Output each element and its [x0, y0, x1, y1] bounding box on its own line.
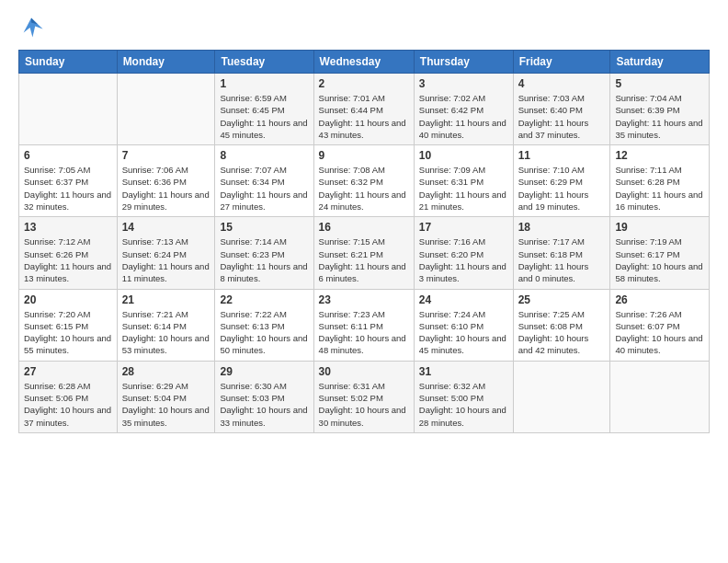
calendar-cell: 11Sunrise: 7:10 AM Sunset: 6:29 PM Dayli… [513, 145, 610, 217]
calendar-cell: 14Sunrise: 7:13 AM Sunset: 6:24 PM Dayli… [117, 217, 215, 289]
day-number: 17 [419, 221, 508, 234]
day-number: 24 [419, 293, 508, 306]
day-info: Sunrise: 7:09 AM Sunset: 6:31 PM Dayligh… [419, 164, 508, 213]
calendar-cell: 10Sunrise: 7:09 AM Sunset: 6:31 PM Dayli… [414, 145, 513, 217]
day-number: 18 [518, 221, 606, 234]
day-number: 16 [319, 221, 409, 234]
calendar-cell [513, 361, 610, 432]
day-info: Sunrise: 7:01 AM Sunset: 6:44 PM Dayligh… [319, 92, 409, 141]
day-info: Sunrise: 7:11 AM Sunset: 6:28 PM Dayligh… [615, 164, 704, 213]
calendar-cell: 18Sunrise: 7:17 AM Sunset: 6:18 PM Dayli… [513, 217, 610, 289]
day-info: Sunrise: 7:22 AM Sunset: 6:13 PM Dayligh… [220, 308, 308, 357]
calendar-table: SundayMondayTuesdayWednesdayThursdayFrid… [18, 50, 710, 433]
calendar-cell: 25Sunrise: 7:25 AM Sunset: 6:08 PM Dayli… [513, 289, 610, 361]
week-row-4: 27Sunrise: 6:28 AM Sunset: 5:06 PM Dayli… [19, 361, 710, 432]
logo-icon [18, 15, 44, 40]
day-number: 14 [122, 221, 210, 234]
col-header-thursday: Thursday [414, 51, 513, 74]
day-number: 1 [220, 77, 308, 90]
day-info: Sunrise: 7:24 AM Sunset: 6:10 PM Dayligh… [419, 308, 508, 357]
calendar-cell: 19Sunrise: 7:19 AM Sunset: 6:17 PM Dayli… [610, 217, 710, 289]
day-info: Sunrise: 7:15 AM Sunset: 6:21 PM Dayligh… [319, 236, 409, 284]
day-number: 29 [220, 365, 308, 378]
day-number: 13 [24, 221, 112, 234]
day-info: Sunrise: 7:17 AM Sunset: 6:18 PM Dayligh… [518, 236, 606, 284]
col-header-monday: Monday [117, 51, 215, 74]
day-info: Sunrise: 7:08 AM Sunset: 6:32 PM Dayligh… [319, 164, 409, 213]
day-number: 25 [518, 293, 606, 306]
calendar-cell: 23Sunrise: 7:23 AM Sunset: 6:11 PM Dayli… [313, 289, 414, 361]
day-info: Sunrise: 7:03 AM Sunset: 6:40 PM Dayligh… [518, 92, 606, 141]
day-info: Sunrise: 7:06 AM Sunset: 6:36 PM Dayligh… [122, 164, 210, 213]
day-info: Sunrise: 6:30 AM Sunset: 5:03 PM Dayligh… [220, 380, 308, 429]
day-info: Sunrise: 7:16 AM Sunset: 6:20 PM Dayligh… [419, 236, 508, 284]
day-info: Sunrise: 7:19 AM Sunset: 6:17 PM Dayligh… [615, 236, 704, 284]
week-row-1: 6Sunrise: 7:05 AM Sunset: 6:37 PM Daylig… [19, 145, 710, 217]
calendar-cell: 9Sunrise: 7:08 AM Sunset: 6:32 PM Daylig… [313, 145, 414, 217]
calendar-cell: 31Sunrise: 6:32 AM Sunset: 5:00 PM Dayli… [414, 361, 513, 432]
day-info: Sunrise: 7:14 AM Sunset: 6:23 PM Dayligh… [220, 236, 308, 284]
calendar-cell: 6Sunrise: 7:05 AM Sunset: 6:37 PM Daylig… [19, 145, 118, 217]
day-number: 12 [615, 149, 704, 162]
day-number: 21 [122, 293, 210, 306]
day-info: Sunrise: 6:29 AM Sunset: 5:04 PM Dayligh… [122, 380, 210, 429]
day-info: Sunrise: 7:23 AM Sunset: 6:11 PM Dayligh… [319, 308, 409, 357]
day-number: 31 [419, 365, 508, 378]
day-number: 4 [518, 77, 606, 90]
col-header-friday: Friday [513, 51, 610, 74]
calendar-cell: 20Sunrise: 7:20 AM Sunset: 6:15 PM Dayli… [19, 289, 118, 361]
day-info: Sunrise: 7:26 AM Sunset: 6:07 PM Dayligh… [615, 308, 704, 357]
day-number: 15 [220, 221, 308, 234]
calendar-cell: 2Sunrise: 7:01 AM Sunset: 6:44 PM Daylig… [313, 74, 414, 145]
day-number: 26 [615, 293, 704, 306]
calendar-cell: 1Sunrise: 6:59 AM Sunset: 6:45 PM Daylig… [215, 74, 313, 145]
day-number: 23 [319, 293, 409, 306]
day-info: Sunrise: 6:59 AM Sunset: 6:45 PM Dayligh… [220, 92, 308, 141]
day-number: 6 [24, 149, 112, 162]
calendar-cell: 16Sunrise: 7:15 AM Sunset: 6:21 PM Dayli… [313, 217, 414, 289]
col-header-tuesday: Tuesday [215, 51, 313, 74]
col-header-saturday: Saturday [610, 51, 710, 74]
calendar-cell: 8Sunrise: 7:07 AM Sunset: 6:34 PM Daylig… [215, 145, 313, 217]
day-info: Sunrise: 7:21 AM Sunset: 6:14 PM Dayligh… [122, 308, 210, 357]
day-number: 5 [615, 77, 704, 90]
calendar-cell [117, 74, 215, 145]
day-info: Sunrise: 7:04 AM Sunset: 6:39 PM Dayligh… [615, 92, 704, 141]
calendar-cell: 3Sunrise: 7:02 AM Sunset: 6:42 PM Daylig… [414, 74, 513, 145]
day-number: 30 [319, 365, 409, 378]
day-info: Sunrise: 6:32 AM Sunset: 5:00 PM Dayligh… [419, 380, 508, 429]
calendar-cell: 12Sunrise: 7:11 AM Sunset: 6:28 PM Dayli… [610, 145, 710, 217]
calendar-cell: 15Sunrise: 7:14 AM Sunset: 6:23 PM Dayli… [215, 217, 313, 289]
day-info: Sunrise: 6:31 AM Sunset: 5:02 PM Dayligh… [319, 380, 409, 429]
day-info: Sunrise: 7:13 AM Sunset: 6:24 PM Dayligh… [122, 236, 210, 284]
calendar-cell: 29Sunrise: 6:30 AM Sunset: 5:03 PM Dayli… [215, 361, 313, 432]
col-header-wednesday: Wednesday [313, 51, 414, 74]
day-number: 8 [220, 149, 308, 162]
calendar-cell [610, 361, 710, 432]
day-number: 27 [24, 365, 112, 378]
calendar-cell: 26Sunrise: 7:26 AM Sunset: 6:07 PM Dayli… [610, 289, 710, 361]
day-number: 22 [220, 293, 308, 306]
col-header-sunday: Sunday [19, 51, 118, 74]
calendar-cell: 24Sunrise: 7:24 AM Sunset: 6:10 PM Dayli… [414, 289, 513, 361]
calendar-cell: 17Sunrise: 7:16 AM Sunset: 6:20 PM Dayli… [414, 217, 513, 289]
calendar-cell: 30Sunrise: 6:31 AM Sunset: 5:02 PM Dayli… [313, 361, 414, 432]
page: SundayMondayTuesdayWednesdayThursdayFrid… [0, 0, 728, 563]
day-info: Sunrise: 7:25 AM Sunset: 6:08 PM Dayligh… [518, 308, 606, 357]
day-info: Sunrise: 6:28 AM Sunset: 5:06 PM Dayligh… [24, 380, 112, 429]
day-number: 20 [24, 293, 112, 306]
day-number: 2 [319, 77, 409, 90]
day-info: Sunrise: 7:07 AM Sunset: 6:34 PM Dayligh… [220, 164, 308, 213]
logo [18, 15, 48, 40]
calendar-cell [19, 74, 118, 145]
week-row-0: 1Sunrise: 6:59 AM Sunset: 6:45 PM Daylig… [19, 74, 710, 145]
calendar-cell: 28Sunrise: 6:29 AM Sunset: 5:04 PM Dayli… [117, 361, 215, 432]
day-number: 7 [122, 149, 210, 162]
day-info: Sunrise: 7:12 AM Sunset: 6:26 PM Dayligh… [24, 236, 112, 284]
day-info: Sunrise: 7:02 AM Sunset: 6:42 PM Dayligh… [419, 92, 508, 141]
header [18, 15, 710, 40]
day-info: Sunrise: 7:20 AM Sunset: 6:15 PM Dayligh… [24, 308, 112, 357]
day-number: 28 [122, 365, 210, 378]
calendar-cell: 27Sunrise: 6:28 AM Sunset: 5:06 PM Dayli… [19, 361, 118, 432]
day-number: 11 [518, 149, 606, 162]
